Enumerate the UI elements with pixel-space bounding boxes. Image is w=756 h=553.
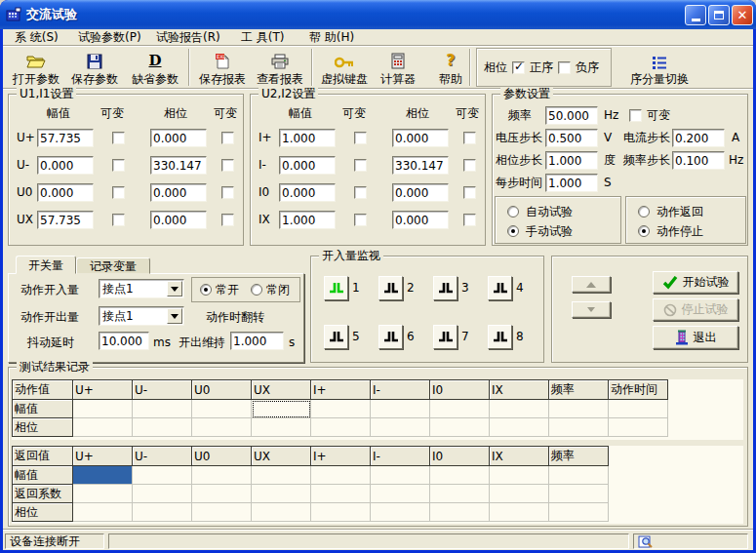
table-cell[interactable] (73, 485, 133, 503)
i-plus-amp-field[interactable] (279, 129, 336, 147)
open-params-button[interactable]: 打开参数 (9, 48, 63, 87)
hold-field[interactable] (230, 332, 284, 350)
action-return-radio[interactable] (638, 206, 650, 217)
table-cell[interactable] (549, 503, 609, 522)
channel-button-8[interactable] (488, 325, 512, 349)
manual-test-radio[interactable] (507, 225, 519, 237)
table-cell[interactable] (133, 400, 192, 418)
table-cell[interactable] (371, 503, 430, 522)
channel-button-3[interactable] (433, 276, 458, 300)
i-plus-amp-var-checkbox[interactable] (354, 132, 367, 144)
table-cell[interactable] (609, 400, 668, 418)
table-cell[interactable] (73, 400, 133, 418)
stop-test-button[interactable]: 停止试验 (653, 298, 738, 321)
start-test-button[interactable]: 开始试验 (653, 271, 738, 294)
u-plus-amp-var-checkbox[interactable] (112, 132, 125, 144)
calculator-button[interactable]: 计算器 (374, 48, 422, 87)
channel-button-6[interactable] (378, 325, 403, 349)
i0-amp-var-checkbox[interactable] (354, 186, 367, 199)
u-minus-amp-field[interactable] (37, 156, 94, 175)
ux-phase-var-checkbox[interactable] (221, 214, 234, 226)
normally-closed-radio[interactable] (251, 284, 262, 296)
u-plus-phase-var-checkbox[interactable] (221, 132, 234, 144)
u-plus-phase-field[interactable] (150, 129, 207, 147)
table-cell[interactable] (192, 485, 252, 503)
ux-amp-field[interactable] (37, 211, 94, 229)
table-cell[interactable] (311, 466, 371, 485)
exit-button[interactable]: 退出 (653, 326, 738, 349)
ix-amp-var-checkbox[interactable] (354, 214, 367, 226)
seq-switch-button[interactable]: 序分量切换 (617, 48, 701, 87)
tab-switch-quantity[interactable]: 开关量 (16, 256, 76, 274)
table-cell[interactable] (192, 503, 252, 522)
table-cell[interactable] (311, 400, 371, 418)
i-plus-phase-var-checkbox[interactable] (463, 132, 476, 144)
table-cell[interactable] (73, 466, 133, 485)
table-cell[interactable] (311, 418, 371, 437)
scroll-down-button[interactable] (572, 301, 611, 318)
table-cell[interactable] (192, 400, 252, 418)
freq-step-field[interactable] (672, 151, 725, 170)
maximize-button[interactable] (708, 5, 730, 25)
table-cell[interactable] (490, 503, 549, 522)
u0-phase-var-checkbox[interactable] (221, 186, 234, 199)
channel-button-1[interactable] (324, 276, 348, 300)
minimize-button[interactable] (685, 5, 706, 25)
step-time-field[interactable] (545, 174, 598, 192)
auto-test-radio[interactable] (507, 206, 519, 217)
default-params-button[interactable]: D 缺省参数 (128, 48, 182, 87)
menu-report[interactable]: 试验报告(R) (152, 29, 224, 46)
close-button[interactable]: ✕ (732, 5, 753, 25)
table-cell[interactable] (192, 418, 252, 437)
table-cell[interactable] (490, 466, 549, 485)
table-cell[interactable] (192, 466, 252, 485)
u0-amp-field[interactable] (37, 183, 94, 202)
current-step-field[interactable] (672, 129, 725, 147)
table-cell[interactable] (430, 418, 490, 437)
dropdown-arrow-icon[interactable] (167, 281, 182, 296)
scroll-up-button[interactable] (572, 276, 611, 293)
ix-amp-field[interactable] (279, 211, 336, 229)
menu-tools[interactable]: 工 具(T) (237, 29, 289, 46)
table-cell[interactable] (371, 485, 430, 503)
action-output-select[interactable]: 接点1 (99, 306, 184, 326)
u0-amp-var-checkbox[interactable] (112, 186, 125, 199)
table-cell[interactable] (549, 400, 609, 418)
table-cell[interactable] (133, 418, 192, 437)
normally-open-radio[interactable] (200, 284, 212, 296)
i-plus-phase-field[interactable] (392, 129, 449, 147)
table-cell[interactable] (609, 418, 668, 437)
table-cell[interactable] (133, 485, 192, 503)
menu-system[interactable]: 系 统(S) (11, 29, 62, 46)
i0-phase-field[interactable] (392, 183, 449, 202)
help-button[interactable]: ? 帮助 (430, 48, 471, 87)
ix-phase-field[interactable] (392, 211, 449, 229)
table-cell[interactable] (252, 503, 311, 522)
table-cell[interactable] (371, 400, 430, 418)
ix-phase-var-checkbox[interactable] (463, 214, 476, 226)
table-cell[interactable] (133, 466, 192, 485)
i-minus-phase-field[interactable] (392, 156, 449, 175)
table-cell[interactable] (430, 503, 490, 522)
table-cell[interactable] (252, 466, 311, 485)
table-cell[interactable] (252, 418, 311, 437)
channel-button-7[interactable] (433, 325, 458, 349)
u-minus-phase-field[interactable] (150, 156, 207, 175)
i-minus-amp-field[interactable] (279, 156, 336, 175)
table-cell[interactable] (549, 418, 609, 437)
table-cell[interactable] (252, 400, 311, 418)
view-report-button[interactable]: 查看报表 (253, 48, 307, 87)
phase-step-field[interactable] (545, 151, 598, 170)
menu-help[interactable]: 帮 助(H) (305, 29, 358, 46)
magnifier-icon[interactable] (638, 535, 654, 548)
table-cell[interactable] (311, 485, 371, 503)
table-cell[interactable] (371, 466, 430, 485)
positive-seq-checkbox[interactable] (512, 61, 525, 74)
i0-phase-var-checkbox[interactable] (463, 186, 476, 199)
table-cell[interactable] (252, 485, 311, 503)
table-cell[interactable] (430, 466, 490, 485)
ux-phase-field[interactable] (150, 211, 207, 229)
ux-amp-var-checkbox[interactable] (112, 214, 125, 226)
u-minus-amp-var-checkbox[interactable] (112, 159, 125, 172)
save-params-button[interactable]: 保存参数 (67, 48, 122, 87)
